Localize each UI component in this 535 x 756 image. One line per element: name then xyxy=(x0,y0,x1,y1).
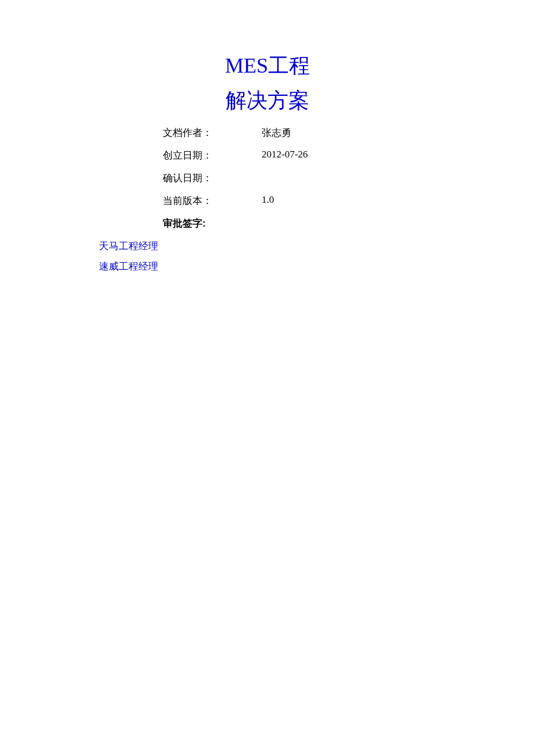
created-date-label: 创立日期： xyxy=(163,149,262,162)
version-row: 当前版本： 1.0 xyxy=(163,194,535,207)
author-label: 文档作者： xyxy=(163,126,262,139)
approval-label: 审批签字: xyxy=(163,217,206,230)
created-date-row: 创立日期： 2012-07-26 xyxy=(163,149,535,162)
confirmed-date-label: 确认日期： xyxy=(163,171,262,185)
tianma-manager: 天马工程经理 xyxy=(99,239,535,253)
version-value: 1.0 xyxy=(262,194,274,207)
title-line-1: MES工程 xyxy=(0,51,535,80)
confirmed-date-row: 确认日期： xyxy=(163,171,535,185)
version-label: 当前版本： xyxy=(163,194,262,207)
manager-list: 天马工程经理 速威工程经理 xyxy=(99,239,535,273)
document-title-block: MES工程 解决方案 xyxy=(0,0,535,116)
author-row: 文档作者： 张志勇 xyxy=(163,126,535,139)
suwei-manager: 速威工程经理 xyxy=(99,260,535,273)
author-value: 张志勇 xyxy=(262,126,291,139)
created-date-value: 2012-07-26 xyxy=(262,149,308,162)
approval-row: 审批签字: xyxy=(163,217,535,230)
document-info-table: 文档作者： 张志勇 创立日期： 2012-07-26 确认日期： 当前版本： 1… xyxy=(163,126,535,230)
title-line-2: 解决方案 xyxy=(0,86,535,115)
